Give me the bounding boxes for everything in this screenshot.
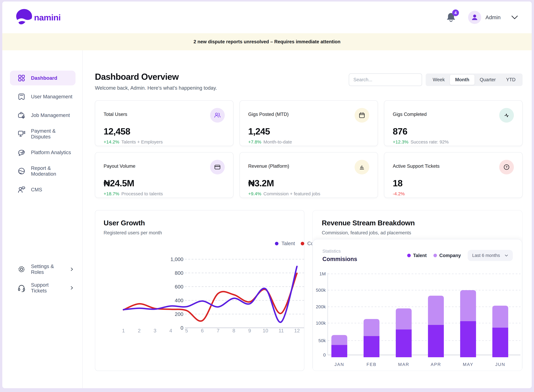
range-option-week[interactable]: Week [427,75,450,85]
svg-text:APR: APR [431,362,441,367]
revenue-subtitle: Commission, featured jobs, ad placements [322,230,522,236]
credit-card-icon [210,160,225,174]
range-dropdown[interactable]: Last 6 months [468,250,513,261]
stat-caption: Success rate: 92% [411,139,449,145]
user-growth-chart: 02004006008001,000123456789101112 [104,253,304,341]
stat-card-gigs-posted: Gigs Posted (MTD) 1,245 +7.8% Month-to-d… [240,100,378,146]
svg-text:1M: 1M [319,271,326,276]
commissions-title: Commisions [322,256,357,262]
svg-text:500k: 500k [316,288,326,293]
user-growth-card: User Growth Registered users per month T… [95,210,304,371]
svg-text:?: ? [506,165,507,169]
svg-text:400: 400 [175,298,183,303]
svg-text:50k: 50k [318,338,326,343]
charts-row: User Growth Registered users per month T… [95,210,523,371]
user-growth-subtitle: Registered users per month [104,230,304,236]
stat-delta: +12.3% [393,139,408,145]
sidebar-item-settings-roles[interactable]: Settings & Roles [10,262,76,277]
range-option-ytd[interactable]: YTD [501,75,521,85]
stat-card-revenue: Revenue (Platform) ₦3.2M +9.4% Commissio… [240,152,378,198]
sidebar-item-label: User Management [31,94,72,100]
svg-text:3: 3 [154,328,156,333]
sidebar: Dashboard User Management Job Management [2,50,83,388]
svg-text:0: 0 [180,325,183,331]
statistics-label: Statistics [322,248,357,254]
page-title: Dashboard Overview [95,72,217,82]
chevron-right-icon [70,286,74,290]
stat-value: 876 [393,126,514,137]
briefcase-gear-icon [17,111,26,120]
svg-text:7: 7 [217,328,219,333]
alert-banner: 2 new dispute reports unresolved – Requi… [2,33,532,50]
stat-title: Total Users [104,112,127,117]
sidebar-item-label: Job Management [31,112,70,118]
bar-legend-company: Company [434,253,461,258]
sidebar-item-platform-analytics[interactable]: Platform Analytics [10,145,76,160]
stat-delta: +14.2% [104,139,119,145]
chevron-down-icon[interactable] [511,15,519,20]
sidebar-item-dashboard[interactable]: Dashboard [10,71,76,85]
chevron-right-icon [70,267,74,271]
stat-value: 18 [393,178,514,188]
page-subtitle: Welcome back, Admin. Here's what's happe… [95,85,217,91]
talent-bar-dot [407,254,411,257]
range-segmented-control: Week Month Quarter YTD [426,74,523,86]
svg-text:12: 12 [294,328,300,333]
stat-title: Revenue (Platform) [248,163,289,169]
svg-text:MAY: MAY [463,362,473,367]
sidebar-item-job-management[interactable]: Job Management [10,108,76,123]
svg-text:0: 0 [323,352,326,357]
avatar[interactable] [468,11,481,24]
statistics-panel: Statistics Commisions Talent [313,239,522,371]
sidebar-item-report-moderation[interactable]: Report & Moderation [10,163,76,178]
sidebar-item-support-tickets[interactable]: Support Tickets [10,280,76,295]
gear-icon [17,265,26,274]
stat-title: Gigs Completed [393,112,427,117]
stat-card-payout-volume: Payout Volume ₦24.5M +18.7% Processed to… [95,152,233,198]
user-name: Admin [486,14,501,20]
stats-grid: Total Users 12,458 +14.2% Talents + Empl… [95,100,523,198]
svg-text:10: 10 [263,328,268,333]
range-option-month[interactable]: Month [450,75,474,85]
notification-count-badge: 4 [452,9,459,16]
sidebar-item-label: Report & Moderation [31,165,74,177]
stat-value: 1,245 [248,126,369,137]
chevron-down-icon [505,254,508,257]
stat-card-support-tickets: Active Support Tickets ? 18 -4.2% [384,152,523,198]
main-content: Dashboard Overview Welcome back, Admin. … [83,50,532,388]
stat-value: ₦24.5M [104,178,225,188]
stat-card-total-users: Total Users 12,458 +14.2% Talents + Empl… [95,100,233,146]
range-option-quarter[interactable]: Quarter [474,75,501,85]
svg-text:1: 1 [122,328,125,333]
stat-title: Gigs Posted (MTD) [248,112,289,117]
notifications-button[interactable]: 4 [445,12,457,23]
svg-text:200k: 200k [316,304,326,309]
svg-text:9: 9 [248,328,251,333]
chat-pencil-icon [17,148,26,157]
sidebar-item-payment-disputes[interactable]: Payment & Disputes [10,126,76,141]
user-icon [471,14,479,21]
top-header: namini 4 Ad [2,1,532,33]
alert-banner-text: 2 new dispute reports unresolved – Requi… [194,39,340,45]
range-dropdown-label: Last 6 months [472,253,500,258]
brand-name: namini [34,13,61,22]
activity-pulse-icon [499,108,514,123]
svg-text:600: 600 [175,284,183,289]
sidebar-item-label: Payment & Disputes [31,128,74,140]
sidebar-item-cms[interactable]: CMS [10,182,76,197]
svg-text:FEB: FEB [366,362,376,367]
company-legend-dot [301,242,304,245]
svg-text:JAN: JAN [335,362,344,367]
sidebar-item-label: Support Tickets [31,282,61,294]
revenue-breakdown-card: Revenue Stream Breakdown Commission, fea… [312,210,523,371]
stat-delta: +7.8% [248,139,261,145]
brand-logo[interactable]: namini [15,9,61,26]
svg-text:800: 800 [175,270,183,276]
users-icon [210,108,225,123]
sidebar-item-user-management[interactable]: User Management [10,89,76,104]
headset-icon [17,284,26,292]
company-bar-label: Company [439,253,461,258]
stat-value: ₦3.2M [248,178,369,188]
stat-title: Payout Volume [104,163,136,169]
search-input[interactable] [349,74,422,86]
